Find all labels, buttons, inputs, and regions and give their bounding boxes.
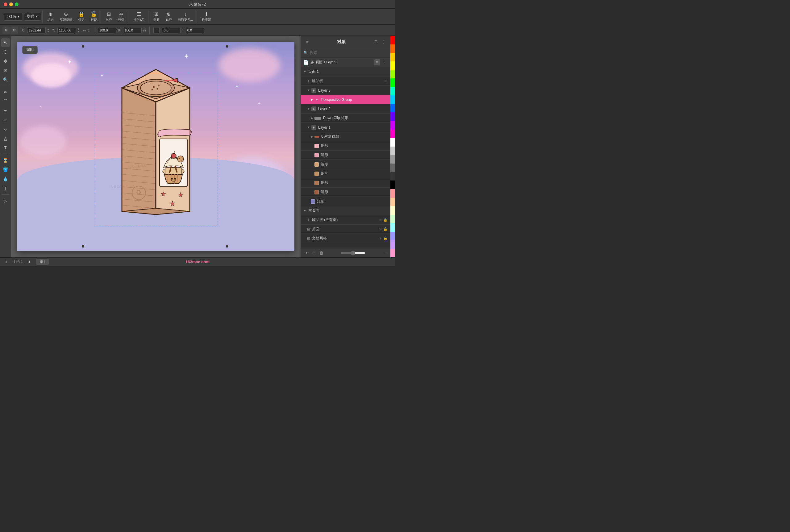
add-layer-button[interactable]: + [303,250,309,256]
snap-button[interactable]: ⊕ 贴齐 [163,10,174,23]
more-options-button[interactable]: ⋯ [381,250,388,256]
zoom-tool[interactable]: 🔍 [1,75,10,84]
rotate-input[interactable] [162,27,180,33]
palette-color-ffcc00[interactable] [390,53,395,61]
pen-tool[interactable]: ✒ [1,107,10,115]
media-tool[interactable]: ▷ [1,196,10,205]
palette-color-999999[interactable] [390,155,395,164]
palette-color-666666[interactable] [390,164,395,172]
panel-close-icon[interactable]: ✕ [305,39,309,44]
sort-icon[interactable]: ☰ [373,39,379,45]
fill-color-swatch[interactable] [153,27,159,33]
y-input[interactable] [57,27,76,33]
palette-color-ccffcc[interactable] [390,215,395,223]
layer-item-layer3[interactable]: ▼◈Layer 3 [301,86,390,95]
page-tab[interactable]: 页1 [36,259,49,265]
add-page-button[interactable]: + [4,259,10,265]
inspector-button[interactable]: ℹ 检查器 [199,10,214,23]
more-button[interactable]: ↓ 获取更多... [176,10,195,23]
zoom-dropdown[interactable]: 231% ▼ [4,13,23,21]
ungroup-button[interactable]: ⊖ 取消群组 [57,10,75,23]
lock-icon[interactable]: 🔒 [383,236,388,241]
align-button[interactable]: ⊟ 对齐 [103,10,115,23]
width-input[interactable] [98,27,116,33]
palette-color-cccccc[interactable] [390,147,395,155]
palette-color-ffff00[interactable] [390,61,395,70]
flip-v-icon[interactable]: ↕ [88,27,90,33]
mirror-button[interactable]: ⇔ 镜像 [116,10,127,23]
palette-color-99ff00[interactable] [390,70,395,78]
layer-item-page1-header[interactable]: ▼页面 1 [301,67,390,77]
bezier-tool[interactable]: ⌒ [1,97,10,106]
ellipse-tool[interactable]: ○ [1,125,10,134]
view-button[interactable]: ⊞ 查看 [151,10,162,23]
layer-item-rect3[interactable]: 矩形 [301,160,390,169]
layer-item-guide-all[interactable]: ✛辅助线 (所有页)👁🔒 [301,215,390,225]
palette-color-ff99cc[interactable] [390,249,395,258]
layer-item-masterpage[interactable]: ▼主页面 [301,206,390,215]
close-button[interactable] [4,2,7,6]
layer-item-powerclip[interactable]: ▶PowerClip 矩形 [301,114,390,123]
polygon-tool[interactable]: △ [1,134,10,143]
layer-item-layer1[interactable]: ▼◈Layer 1 [301,123,390,132]
layer-tree[interactable]: ▼页面 1✛辅助线👁▼◈Layer 3▶●Perspective Group▼◈… [301,67,390,248]
flip-h-icon[interactable]: ↔ [82,27,87,33]
combine-button[interactable]: ⊕ 组合 [45,10,56,23]
transform-tool[interactable]: ✥ [1,57,10,65]
palette-color-00ffcc[interactable] [390,87,395,96]
node-tool[interactable]: ⬡ [1,48,10,56]
unlock-button[interactable]: 🔓 解锁 [88,10,99,23]
layer-item-rect4[interactable]: 矩形 [301,169,390,178]
palette-color-ff0000[interactable] [390,36,395,44]
layer-item-rect2[interactable]: 矩形 [301,151,390,160]
layer-item-guide1[interactable]: ✛辅助线👁 [301,77,390,86]
y-down[interactable]: ▼ [77,30,80,33]
crop-tool[interactable]: ⊡ [1,66,10,75]
add-page2-button[interactable]: + [26,259,33,265]
layer-item-rect6[interactable]: 矩形 [301,188,390,197]
palette-color-9999ff[interactable] [390,232,395,241]
select-tool[interactable]: ↖ [1,38,10,47]
fill-tool[interactable]: 🪣 [1,165,10,174]
palette-color-333333[interactable] [390,172,395,181]
height-input[interactable] [123,27,142,33]
palette-color-0066ff[interactable] [390,104,395,113]
shadow-tool[interactable]: ◫ [1,184,10,193]
palette-color-cc99ff[interactable] [390,241,395,249]
palette-color-6600ff[interactable] [390,112,395,121]
search-input[interactable] [310,51,388,55]
palette-color-ffcc99[interactable] [390,198,395,206]
layer-item-layer2[interactable]: ▼◈Layer 2 [301,104,390,114]
freehand-tool[interactable]: ✏ [1,88,10,97]
visibility-icon[interactable]: 👁 [379,218,382,222]
delete-layer-button[interactable]: 🗑 [318,250,324,256]
palette-color-ffffff[interactable] [390,138,395,147]
lock-icon[interactable]: 🔒 [383,227,388,231]
minimize-button[interactable] [9,2,13,6]
arrange-button[interactable]: ☰ 排列 (A) [131,10,147,23]
view-mode-dropdown[interactable]: 增强 ▼ [24,13,41,21]
palette-color-ffffcc[interactable] [390,206,395,215]
skew-input[interactable] [186,27,204,33]
y-up[interactable]: ▲ [77,27,80,30]
palette-color-99ffff[interactable] [390,223,395,232]
layer-item-rect7[interactable]: 矩形 [301,197,390,206]
visibility-icon[interactable]: 👁 [379,237,382,241]
eyedrop-tool[interactable]: 💧 [1,175,10,183]
visibility-icon[interactable]: 👁 [379,227,382,231]
zoom-slider[interactable] [341,251,365,255]
layer-item-rect1[interactable]: 矩形 [301,141,390,151]
palette-color-00ff00[interactable] [390,78,395,87]
layer-item-group6[interactable]: ▶6 对象群组 [301,132,390,141]
x-input[interactable] [27,27,46,33]
maximize-button[interactable] [15,2,19,6]
layer-item-desktop[interactable]: ⊞桌面👁🔒 [301,225,390,234]
layer-item-perspective-group[interactable]: ▶●Perspective Group [301,95,390,104]
palette-color-cc00ff[interactable] [390,121,395,130]
palette-color-000000[interactable] [390,180,395,189]
x-down[interactable]: ▼ [47,30,50,33]
panel-options-icon[interactable]: ⋮ [380,39,386,45]
palette-color-ff9999[interactable] [390,189,395,198]
lock-button[interactable]: 🔒 锁定 [76,10,87,23]
settings-icon[interactable]: ⚙ [374,59,380,65]
